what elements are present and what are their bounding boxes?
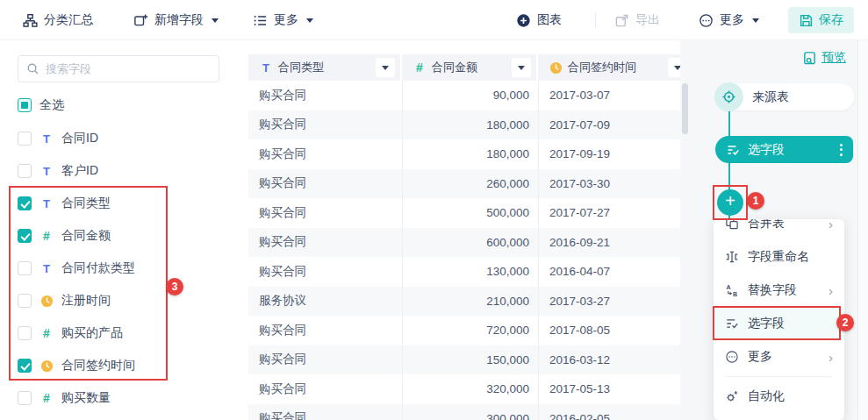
table-row: 购买合同500,0002017-07-27 xyxy=(248,198,680,228)
field-checkbox[interactable] xyxy=(18,196,32,210)
menu-item-6[interactable]: 自动化 xyxy=(714,380,844,413)
column-dropdown-button[interactable] xyxy=(512,58,531,77)
save-button[interactable]: 保存 xyxy=(788,7,854,33)
field-item-9[interactable]: #购买数量 xyxy=(18,388,228,408)
select-all-item[interactable]: 全选 xyxy=(18,96,228,115)
chevron-down-icon xyxy=(306,18,313,23)
table-cell: 服务协议 xyxy=(248,287,402,317)
field-item-7[interactable]: #购买的产品 xyxy=(18,324,228,343)
field-item-4[interactable]: #合同金额 xyxy=(18,226,228,246)
table-cell: 2017-03-30 xyxy=(538,169,680,199)
select-field-node[interactable]: 选字段 xyxy=(715,136,853,163)
field-checkbox[interactable] xyxy=(18,294,32,308)
table-header: T合同类型#合同金额合同签约时间 xyxy=(248,54,680,81)
field-list: T合同IDT客户IDT合同类型#合同金额T合同付款类型注册时间#购买的产品合同签… xyxy=(18,129,228,408)
table-cell: 600,000 xyxy=(402,228,538,258)
export-label: 导出 xyxy=(635,12,660,28)
table-cell: 210,000 xyxy=(402,287,538,317)
table-body: 购买合同90,0002017-03-07购买合同180,0002017-07-0… xyxy=(248,81,680,420)
search-input[interactable]: 搜索字段 xyxy=(18,55,219,82)
field-label: 购买的产品 xyxy=(61,325,123,341)
column-dropdown-button[interactable] xyxy=(376,58,395,77)
field-item-8[interactable]: 合同签约时间 xyxy=(18,356,228,375)
field-item-2[interactable]: T客户ID xyxy=(18,161,228,181)
select-field-icon xyxy=(726,143,740,157)
menu-item-2[interactable]: 字段重命名 xyxy=(714,240,844,274)
table-row: 购买合同130,0002016-04-07 xyxy=(248,257,680,287)
table-cell: 购买合同 xyxy=(248,374,402,404)
kebab-menu-icon[interactable] xyxy=(840,144,843,156)
table-cell: 购买合同 xyxy=(248,404,402,420)
select-all-checkbox[interactable] xyxy=(18,98,32,112)
table-cell: 260,000 xyxy=(402,169,538,199)
table-cell: 购买合同 xyxy=(248,169,402,199)
field-label: 合同签约时间 xyxy=(61,358,135,374)
sitemap-icon xyxy=(23,13,38,28)
table-cell: 2017-08-05 xyxy=(538,316,680,345)
add-field-button[interactable]: 新增字段 xyxy=(133,0,219,40)
menu-item-label: 更多 xyxy=(748,349,820,365)
field-item-3[interactable]: T合同类型 xyxy=(18,194,228,213)
export-icon xyxy=(614,13,629,28)
chart-button[interactable]: 图表 xyxy=(516,0,562,40)
table-scrollbar[interactable] xyxy=(682,83,688,134)
field-label: 购买数量 xyxy=(61,390,111,406)
select-field-node-label: 选字段 xyxy=(748,142,832,158)
date-type-icon xyxy=(549,61,563,75)
table-row: 购买合同180,0002017-09-19 xyxy=(248,139,680,169)
app-root: 分类汇总 新增字段 更多 图表 导出 更多 保存 xyxy=(0,0,868,420)
menu-item-3[interactable]: AB替换字段› xyxy=(714,274,844,307)
table-cell: 500,000 xyxy=(402,198,538,228)
more-right-button[interactable]: 更多 xyxy=(699,0,759,40)
more-left-button[interactable]: 更多 xyxy=(253,0,313,40)
merge-table-icon xyxy=(725,219,739,231)
table-cell: 320,000 xyxy=(402,374,538,404)
export-button[interactable]: 导出 xyxy=(614,0,660,40)
data-table: T合同类型#合同金额合同签约时间 购买合同90,0002017-03-07购买合… xyxy=(248,54,680,420)
field-item-1[interactable]: T合同ID xyxy=(18,129,228,148)
table-cell: 180,000 xyxy=(402,110,538,140)
add-step-button[interactable]: + xyxy=(717,189,743,216)
column-header-2: #合同金额 xyxy=(402,54,538,81)
field-checkbox[interactable] xyxy=(18,132,32,146)
field-label: 合同付款类型 xyxy=(61,260,135,276)
chevron-down-icon xyxy=(518,66,525,70)
field-checkbox[interactable] xyxy=(18,359,32,373)
table-cell: 购买合同 xyxy=(248,198,402,228)
table-cell: 150,000 xyxy=(402,345,538,375)
menu-item-label: 字段重命名 xyxy=(748,249,833,265)
column-header-3: 合同签约时间 xyxy=(538,54,680,81)
field-checkbox[interactable] xyxy=(18,229,32,243)
chevron-right-icon: › xyxy=(829,283,833,298)
field-item-6[interactable]: 注册时间 xyxy=(18,291,228,310)
replace-field-icon: AB xyxy=(725,283,739,297)
source-table-node[interactable]: 来源表 xyxy=(715,83,854,110)
field-checkbox[interactable] xyxy=(18,391,32,405)
field-checkbox[interactable] xyxy=(18,164,32,178)
menu-item-4[interactable]: 选字段 xyxy=(714,307,844,340)
table-cell: 90,000 xyxy=(402,81,538,110)
annotation-badge-3: 3 xyxy=(166,278,183,295)
automation-icon xyxy=(725,389,739,403)
chevron-right-icon: › xyxy=(829,350,833,365)
field-checkbox[interactable] xyxy=(18,261,32,275)
text-type-icon: T xyxy=(39,262,54,275)
ellipsis-circle-icon xyxy=(699,13,714,28)
field-item-5[interactable]: T合同付款类型 xyxy=(18,259,228,278)
classify-summary-button[interactable]: 分类汇总 xyxy=(23,0,93,40)
preview-link[interactable]: 预览 xyxy=(802,50,846,66)
add-chart-icon xyxy=(516,13,531,28)
table-cell: 2017-07-09 xyxy=(538,110,680,140)
field-checkbox[interactable] xyxy=(18,326,32,340)
column-header-label: 合同类型 xyxy=(278,60,324,75)
text-type-icon: T xyxy=(39,132,54,146)
column-dropdown-button[interactable] xyxy=(668,58,680,77)
menu-item-5[interactable]: 更多› xyxy=(714,340,844,374)
list-icon xyxy=(253,13,268,28)
more-right-label: 更多 xyxy=(720,12,744,28)
source-table-label: 来源表 xyxy=(752,89,789,105)
menu-item-1[interactable]: 合并表› xyxy=(714,219,844,240)
menu-item-label: 合并表 xyxy=(748,219,820,231)
panel-scrollbar[interactable] xyxy=(857,40,868,420)
select-field-icon xyxy=(725,317,739,331)
